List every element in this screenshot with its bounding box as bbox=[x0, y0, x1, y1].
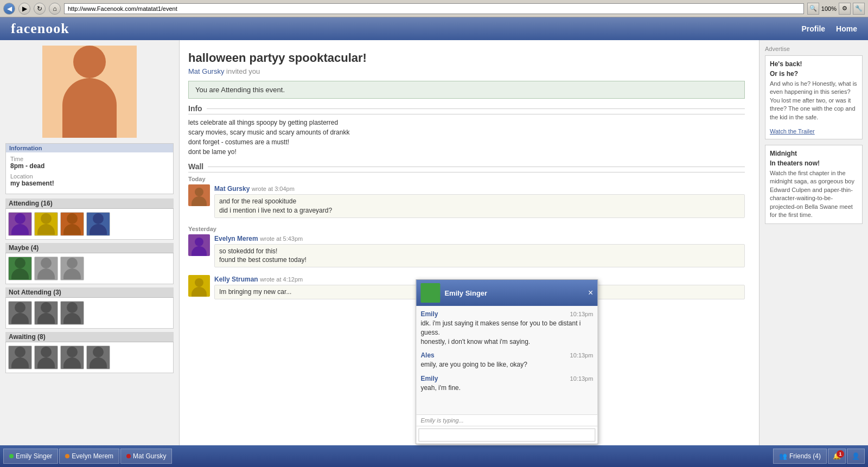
post3-author[interactable]: Kelly Struman bbox=[214, 276, 258, 283]
wall-day-today: Today bbox=[188, 176, 745, 182]
ad-block-2: Midnight In theaters now! Watch the firs… bbox=[765, 145, 863, 224]
wall-post-2: Evelyn Merem wrote at 5:43pm so stokeddd… bbox=[188, 234, 745, 268]
wall-post-1: Mat Gursky wrote at 3:04pm and for the r… bbox=[188, 184, 745, 218]
zoom-icon[interactable]: 🔍 bbox=[807, 3, 819, 15]
post2-avatar[interactable] bbox=[188, 234, 210, 256]
awaiting-avatar-4[interactable] bbox=[86, 346, 110, 369]
location-label: Location bbox=[10, 173, 169, 180]
ad1-text: And who is he? Honestly, what is even ha… bbox=[770, 80, 858, 121]
address-bar[interactable]: http://www.Facenook.com/matatat1/event bbox=[64, 3, 804, 14]
refresh-button[interactable]: ↻ bbox=[34, 3, 46, 15]
chat-popup: Emily Singer × Emily 10:13pm idk. i'm ju… bbox=[416, 279, 598, 444]
attending-section: Attending (16) bbox=[5, 199, 174, 240]
awaiting-avatar-1[interactable] bbox=[8, 346, 32, 369]
maybe-header: Maybe (4) bbox=[5, 243, 174, 253]
chat-messages: Emily 10:13pm idk. i'm just saying it ma… bbox=[416, 306, 597, 414]
location-row: Location my basement! bbox=[10, 173, 169, 187]
post1-header: Mat Gursky wrote at 3:04pm bbox=[214, 184, 745, 193]
profile-link[interactable]: Profile bbox=[802, 24, 826, 33]
taskbar-notifications-button[interactable]: 🔔 1 bbox=[828, 449, 846, 464]
time-value: 8pm - dead bbox=[10, 162, 169, 170]
attending-header: Attending (16) bbox=[5, 199, 174, 209]
chat-msg1-text: idk. i'm just saying it makes sense for … bbox=[420, 319, 593, 346]
chat-msg2-text: emily, are you going to be like, okay? bbox=[420, 360, 593, 369]
ad1-title1: He's back! bbox=[770, 60, 858, 68]
settings-icon[interactable]: ⚙ bbox=[839, 3, 851, 15]
not-attending-header: Not Attending (3) bbox=[5, 287, 174, 298]
wall-title: Wall bbox=[188, 162, 745, 172]
forward-button[interactable]: ▶ bbox=[18, 3, 30, 15]
chat-title: Emily Singer bbox=[444, 289, 584, 297]
attendee-avatar-3[interactable] bbox=[60, 212, 84, 236]
emily-status-dot bbox=[9, 454, 14, 458]
evelyn-status-dot bbox=[65, 454, 69, 458]
chat-avatar bbox=[420, 283, 440, 303]
post2-text: so stokeddd for this!found the best cost… bbox=[214, 244, 745, 268]
post1-text: and for the real spookitudedid i mention… bbox=[214, 194, 745, 218]
attending-notice: You are Attending this event. bbox=[188, 81, 745, 99]
information-label: Information bbox=[6, 144, 173, 152]
attendee-avatar-1[interactable] bbox=[8, 212, 32, 236]
zoom-area: 🔍 100% ⚙ 🔧 bbox=[807, 3, 865, 15]
event-invite: Mat Gursky invited you bbox=[188, 67, 745, 75]
chat-msg-3: Emily 10:13pm yeah, i'm fine. bbox=[420, 375, 593, 393]
home-link[interactable]: Home bbox=[836, 24, 857, 33]
info-block-title: Info bbox=[188, 104, 745, 114]
ad2-title2: In theaters now! bbox=[770, 159, 858, 167]
awaiting-avatars bbox=[5, 342, 174, 373]
taskbar-profile-button[interactable]: 👤 bbox=[847, 449, 865, 464]
browser-chrome: ◀ ▶ ↻ ⌂ http://www.Facenook.com/matatat1… bbox=[0, 0, 868, 17]
post2-content: Evelyn Merem wrote at 5:43pm so stokeddd… bbox=[214, 234, 745, 268]
maybe-avatar-1[interactable] bbox=[8, 257, 32, 280]
awaiting-section: Awaiting (8) bbox=[5, 332, 174, 373]
wrench-icon[interactable]: 🔧 bbox=[853, 3, 865, 15]
taskbar-chat-emily[interactable]: Emily Singer bbox=[3, 449, 58, 464]
chat-msg-1: Emily 10:13pm idk. i'm just saying it ma… bbox=[420, 310, 593, 346]
awaiting-avatar-3[interactable] bbox=[60, 346, 84, 369]
maybe-avatar-3[interactable] bbox=[60, 257, 84, 280]
taskbar-chat-evelyn[interactable]: Evelyn Merem bbox=[59, 449, 119, 464]
post1-author[interactable]: Mat Gursky bbox=[214, 185, 250, 193]
wall-day-yesterday: Yesterday bbox=[188, 226, 745, 232]
not-attending-avatar-1[interactable] bbox=[8, 301, 32, 325]
fb-logo[interactable]: facenook bbox=[11, 21, 69, 37]
awaiting-avatar-2[interactable] bbox=[34, 346, 58, 369]
ad1-title2: Or is he? bbox=[770, 70, 858, 78]
chat-close-button[interactable]: × bbox=[588, 289, 593, 297]
chat-input[interactable] bbox=[418, 428, 595, 442]
post2-header: Evelyn Merem wrote at 5:43pm bbox=[214, 234, 745, 242]
profile-icon: 👤 bbox=[852, 452, 860, 460]
chat-msg3-time: 10:13pm bbox=[570, 375, 593, 382]
event-title: halloween partyy spooktacular! bbox=[188, 51, 745, 65]
maybe-avatar-2[interactable] bbox=[34, 257, 58, 280]
taskbar-chat-mat[interactable]: Mat Gursky bbox=[120, 449, 172, 464]
mat-status-dot bbox=[126, 454, 131, 458]
advertise-label: Advertise bbox=[765, 46, 863, 52]
friends-icon: 👥 bbox=[779, 452, 787, 460]
not-attending-avatar-2[interactable] bbox=[34, 301, 58, 325]
not-attending-avatar-3[interactable] bbox=[60, 301, 84, 325]
chat-msg3-text: yeah, i'm fine. bbox=[420, 383, 593, 393]
information-section: Information Time 8pm - dead Location my … bbox=[5, 143, 174, 194]
awaiting-header: Awaiting (8) bbox=[5, 332, 174, 342]
notification-badge: 1 bbox=[837, 450, 844, 458]
chat-msg2-header: Ales 10:13pm bbox=[420, 351, 593, 359]
fb-nav: Profile Home bbox=[802, 24, 857, 33]
chat-msg3-header: Emily 10:13pm bbox=[420, 375, 593, 382]
taskbar: Emily Singer Evelyn Merem Mat Gursky 👥 F… bbox=[0, 445, 868, 467]
back-button[interactable]: ◀ bbox=[3, 3, 15, 15]
fb-header: facenook Profile Home bbox=[0, 17, 868, 40]
post2-author[interactable]: Evelyn Merem bbox=[214, 235, 258, 242]
post3-avatar[interactable] bbox=[188, 275, 210, 297]
right-sidebar: Advertise He's back! Or is he? And who i… bbox=[760, 40, 868, 463]
attendee-avatar-2[interactable] bbox=[34, 212, 58, 236]
info-description: lets celebrate all things spoopy by gett… bbox=[188, 118, 745, 157]
ad1-link[interactable]: Watch the Trailer bbox=[770, 128, 815, 135]
attendee-avatar-4[interactable] bbox=[86, 212, 110, 236]
chat-header: Emily Singer × bbox=[416, 280, 597, 306]
chat-msg-2: Ales 10:13pm emily, are you going to be … bbox=[420, 351, 593, 369]
post1-avatar[interactable] bbox=[188, 184, 210, 206]
taskbar-friends-button[interactable]: 👥 Friends (4) bbox=[773, 449, 827, 464]
home-button[interactable]: ⌂ bbox=[49, 3, 61, 15]
inviter-link[interactable]: Mat Gursky bbox=[188, 67, 224, 75]
